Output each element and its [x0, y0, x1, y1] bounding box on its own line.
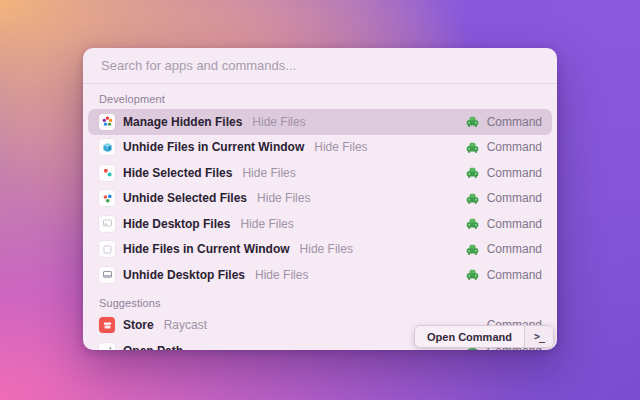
- faint-window-icon: [99, 241, 115, 257]
- store-icon: [99, 317, 115, 333]
- hide-files-extension-icon: [465, 141, 480, 154]
- item-subtitle: Hide Files: [300, 242, 353, 256]
- results-list: Development Manage Hidden Files Hide Fil…: [83, 84, 557, 350]
- terminal-prompt-icon: >_: [524, 326, 553, 347]
- item-title: Manage Hidden Files: [123, 115, 242, 129]
- open-command-tooltip[interactable]: Open Command >_: [414, 325, 554, 348]
- item-subtitle: Hide Files: [240, 217, 293, 231]
- cube-icon: [99, 139, 115, 155]
- item-accessory: Command: [465, 191, 544, 205]
- item-type-label: Command: [487, 166, 542, 180]
- three-dots-icon: [99, 190, 115, 206]
- item-title: Unhide Desktop Files: [123, 268, 245, 282]
- item-type-label: Command: [487, 140, 542, 154]
- item-accessory: Command: [465, 268, 544, 282]
- item-type-label: Command: [487, 115, 542, 129]
- hide-files-extension-icon: [465, 217, 480, 230]
- hide-files-extension-icon: [465, 268, 480, 281]
- list-item-hide-selected-files[interactable]: Hide Selected Files Hide Files Command: [88, 160, 552, 186]
- faint-desktop-icon: [99, 216, 115, 232]
- item-accessory: Command: [465, 242, 544, 256]
- item-title: Hide Selected Files: [123, 166, 232, 180]
- item-type-label: Command: [487, 242, 542, 256]
- item-title: Hide Files in Current Window: [123, 242, 290, 256]
- flower-icon: [99, 114, 115, 130]
- monitor-icon: [99, 267, 115, 283]
- item-subtitle: Hide Files: [252, 115, 305, 129]
- item-accessory: Command: [465, 140, 544, 154]
- item-title: Unhide Files in Current Window: [123, 140, 304, 154]
- hide-files-extension-icon: [465, 115, 480, 128]
- item-subtitle: Raycast: [164, 318, 207, 332]
- search-input[interactable]: [99, 57, 541, 74]
- raycast-window: Development Manage Hidden Files Hide Fil…: [83, 48, 557, 350]
- two-dots-icon: [99, 165, 115, 181]
- item-subtitle: Hide Files: [314, 140, 367, 154]
- item-type-label: Command: [487, 268, 542, 282]
- item-subtitle: Hide Files: [255, 268, 308, 282]
- item-accessory: Command: [465, 166, 544, 180]
- item-type-label: Command: [487, 191, 542, 205]
- item-subtitle: Hide Files: [257, 191, 310, 205]
- section-header-suggestions: Suggestions: [88, 288, 552, 313]
- item-subtitle: Hide Files: [242, 166, 295, 180]
- list-item-hide-files-current-window[interactable]: Hide Files in Current Window Hide Files …: [88, 237, 552, 263]
- item-accessory: Command: [465, 217, 544, 231]
- tooltip-label: Open Command: [415, 331, 524, 343]
- list-item-unhide-files-current-window[interactable]: Unhide Files in Current Window Hide File…: [88, 135, 552, 161]
- list-item-unhide-selected-files[interactable]: Unhide Selected Files Hide Files Command: [88, 186, 552, 212]
- hide-files-extension-icon: [465, 243, 480, 256]
- hide-files-extension-icon: [465, 166, 480, 179]
- list-item-manage-hidden-files[interactable]: Manage Hidden Files Hide Files Command: [88, 109, 552, 135]
- list-item-unhide-desktop-files[interactable]: Unhide Desktop Files Hide Files Command: [88, 262, 552, 288]
- search-bar[interactable]: [83, 48, 557, 83]
- desktop: { "search": { "placeholder": "Search for…: [0, 0, 640, 400]
- item-title: Open Path: [123, 344, 183, 350]
- section-header-development: Development: [88, 84, 552, 109]
- item-title: Hide Desktop Files: [123, 217, 230, 231]
- list-item-hide-desktop-files[interactable]: Hide Desktop Files Hide Files Command: [88, 211, 552, 237]
- item-type-label: Command: [487, 217, 542, 231]
- hide-files-extension-icon: [465, 192, 480, 205]
- item-title: Unhide Selected Files: [123, 191, 247, 205]
- pencil-icon: [99, 343, 115, 350]
- item-accessory: Command: [465, 115, 544, 129]
- item-title: Store: [123, 318, 154, 332]
